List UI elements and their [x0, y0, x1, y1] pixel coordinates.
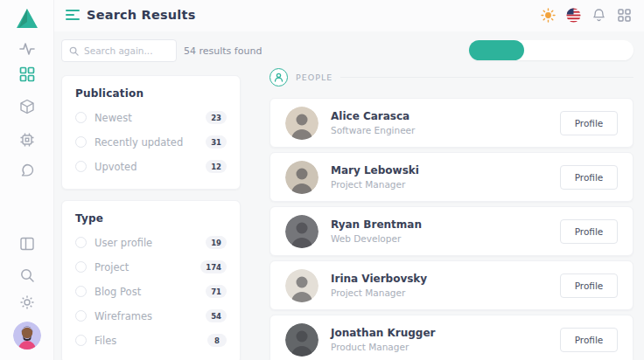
activity-icon[interactable]	[19, 41, 35, 57]
profile-button[interactable]: Profile	[560, 273, 618, 298]
theme-sun-icon[interactable]	[541, 8, 556, 23]
chat-icon[interactable]	[19, 163, 35, 178]
person-role: Product Manager	[331, 342, 560, 352]
filters-column: Publication Newest 23 Recently updated 3…	[61, 75, 241, 360]
filter-options: User profile 19 Project 174 Blog Post 71…	[75, 236, 227, 347]
radio-button[interactable]	[75, 310, 87, 322]
person-avatar-photo	[285, 269, 318, 302]
tab-records[interactable]	[578, 40, 634, 60]
person-avatar-photo	[285, 323, 318, 357]
profile-button[interactable]: Profile	[560, 111, 618, 135]
person-role: Project Manager	[331, 179, 560, 190]
filter-option[interactable]: Upvoted 12	[75, 160, 227, 173]
person-role: Project Manager	[331, 287, 560, 298]
person-avatar-photo	[285, 107, 318, 140]
filter-option-label: Upvoted	[94, 161, 206, 173]
person-name: Jonathan Krugger	[331, 327, 560, 339]
filter-option[interactable]: Files 8	[75, 334, 227, 347]
filter-option-label: User profile	[94, 237, 206, 249]
filter-count-badge: 12	[206, 160, 227, 173]
radio-button[interactable]	[75, 136, 87, 148]
search-input[interactable]	[84, 45, 169, 56]
filter-option[interactable]: Recently updated 31	[75, 135, 227, 149]
person-card: Irina Vierbovsky Project Manager Profile	[270, 260, 634, 310]
chip-icon[interactable]	[19, 132, 35, 148]
app-logo-icon[interactable]	[15, 7, 39, 30]
filter-count-badge: 8	[207, 334, 227, 347]
cube-icon[interactable]	[19, 99, 35, 114]
filter-option-label: Files	[94, 335, 207, 347]
result-type-tabs	[469, 40, 634, 60]
person-info: Irina Vierbovsky Project Manager	[331, 273, 560, 298]
results-count-text: 54 results found	[184, 45, 262, 57]
person-card: Jonathan Krugger Product Manager Profile	[270, 315, 634, 360]
radio-button[interactable]	[75, 286, 87, 297]
apps-grid-icon[interactable]	[617, 8, 632, 23]
search-again-box	[61, 39, 177, 62]
profile-button[interactable]: Profile	[560, 328, 618, 352]
filter-count-badge: 31	[206, 135, 227, 149]
search-icon[interactable]	[19, 267, 35, 283]
search-results-page: Search Results	[0, 0, 644, 360]
person-card: Ryan Brentman Web Developer Profile	[270, 206, 634, 256]
profile-button[interactable]: Profile	[560, 165, 618, 190]
menu-hamburger-icon[interactable]	[66, 10, 80, 21]
filter-option-label: Newest	[94, 112, 206, 124]
user-avatar[interactable]	[13, 322, 41, 350]
person-avatar-photo	[285, 215, 318, 248]
radio-button[interactable]	[75, 335, 87, 346]
language-flag-icon[interactable]	[566, 8, 581, 23]
filter-option[interactable]: Project 174	[75, 260, 227, 273]
person-role: Web Developer	[331, 233, 560, 244]
person-info: Mary Lebowski Project Manager	[331, 164, 560, 190]
tab-people[interactable]	[524, 40, 579, 60]
radio-button[interactable]	[75, 237, 87, 248]
filter-count-badge: 174	[200, 260, 227, 273]
people-group-icon	[270, 68, 288, 87]
people-section-header: PEOPLE	[270, 68, 634, 87]
profile-button[interactable]: Profile	[560, 219, 618, 244]
person-role: Software Engineer	[331, 125, 560, 135]
filter-count-badge: 54	[206, 309, 227, 322]
filter-option-label: Project	[94, 261, 200, 273]
people-results-list: Alice Carasca Software Engineer Profile …	[270, 98, 634, 360]
filter-option-label: Blog Post	[94, 286, 206, 298]
tab-all[interactable]	[469, 40, 524, 60]
filter-group: Publication Newest 23 Recently updated 3…	[61, 75, 241, 190]
section-divider	[340, 77, 634, 78]
filter-count-badge: 71	[206, 285, 227, 298]
filter-group: Type User profile 19 Project 174 Blog Po…	[61, 200, 241, 360]
header-actions	[541, 8, 632, 23]
filter-option-label: Recently updated	[94, 136, 206, 149]
page-title: Search Results	[87, 8, 195, 22]
sidebar	[0, 0, 54, 360]
filter-option[interactable]: Newest 23	[75, 111, 227, 124]
person-info: Jonathan Krugger Product Manager	[331, 327, 560, 352]
person-info: Alice Carasca Software Engineer	[331, 110, 560, 135]
filter-option[interactable]: User profile 19	[75, 236, 227, 249]
filter-count-badge: 19	[206, 236, 227, 249]
filter-group-title: Publication	[75, 87, 227, 100]
people-section-label: PEOPLE	[296, 73, 332, 82]
radio-button[interactable]	[75, 261, 87, 273]
filter-group-title: Type	[75, 212, 227, 225]
person-card: Alice Carasca Software Engineer Profile	[270, 98, 634, 148]
person-info: Ryan Brentman Web Developer	[331, 218, 560, 244]
person-avatar-photo	[285, 161, 318, 194]
person-name: Ryan Brentman	[331, 218, 560, 231]
dashboard-grid-icon[interactable]	[19, 66, 35, 82]
person-name: Mary Lebowski	[331, 164, 560, 177]
person-name: Alice Carasca	[331, 110, 560, 122]
filter-options: Newest 23 Recently updated 31 Upvoted 12	[75, 111, 227, 173]
notifications-bell-icon[interactable]	[592, 8, 606, 23]
search-input-icon	[69, 46, 79, 56]
radio-button[interactable]	[75, 112, 87, 123]
settings-gear-icon[interactable]	[19, 294, 35, 310]
layout-panel-icon[interactable]	[19, 236, 35, 252]
filter-count-badge: 23	[206, 111, 227, 124]
filter-option[interactable]: Blog Post 71	[75, 285, 227, 298]
radio-button[interactable]	[75, 161, 87, 172]
filter-option[interactable]: Wireframes 54	[75, 309, 227, 322]
person-name: Irina Vierbovsky	[331, 273, 560, 285]
filter-option-label: Wireframes	[94, 310, 206, 322]
